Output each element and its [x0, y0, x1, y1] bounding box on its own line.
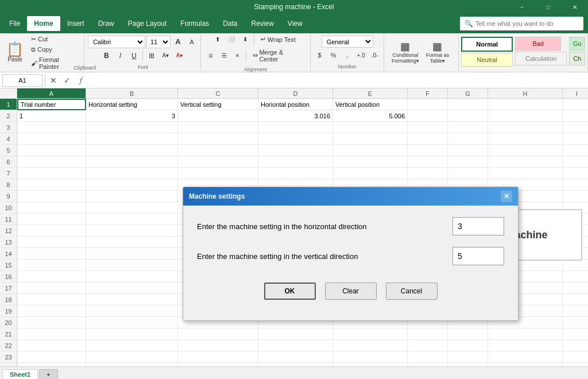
dialog-row-1: Enter the machine setting in the horizon…	[197, 217, 504, 235]
dialog-titlebar: Machine settings ✕	[183, 187, 518, 206]
dialog-overlay: Machine settings ✕ Enter the machine set…	[0, 0, 588, 379]
dialog-buttons: OK Clear Cancel	[197, 277, 504, 309]
dialog-label-1: Enter the machine setting in the horizon…	[197, 222, 443, 231]
dialog-body: Enter the machine setting in the horizon…	[183, 206, 518, 320]
ok-button[interactable]: OK	[264, 283, 316, 300]
cancel-button[interactable]: Cancel	[386, 283, 438, 300]
horizontal-setting-input[interactable]	[452, 217, 504, 235]
vertical-setting-input[interactable]	[452, 247, 504, 265]
machine-settings-dialog: Machine settings ✕ Enter the machine set…	[183, 187, 519, 321]
clear-button[interactable]: Clear	[325, 283, 377, 300]
dialog-label-2: Enter the machine setting in the vertica…	[197, 252, 443, 261]
dialog-title: Machine settings	[189, 192, 245, 200]
dialog-row-2: Enter the machine setting in the vertica…	[197, 247, 504, 265]
dialog-close-btn[interactable]: ✕	[501, 191, 512, 202]
